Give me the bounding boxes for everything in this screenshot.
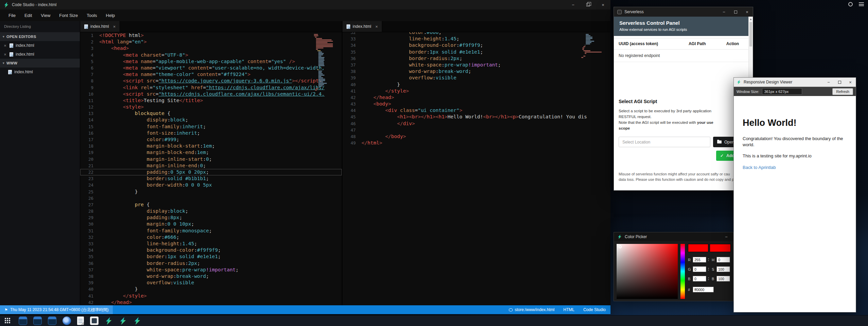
code-line[interactable]: 27 pre {: [80, 202, 342, 208]
code-line[interactable]: 33 line-height:1.45;: [80, 241, 342, 247]
code-line[interactable]: 10 <script src="https://cdnjs.cloudflare…: [80, 91, 342, 97]
back-to-aprintlab-link[interactable]: Back to Aprintlab: [743, 165, 776, 170]
code-line[interactable]: 49</html>: [342, 140, 610, 146]
window-size-input[interactable]: [762, 88, 802, 95]
code-line[interactable]: 34 background-color:#f9f9f9;: [342, 42, 610, 49]
hue-slider[interactable]: [680, 244, 685, 299]
taskbar-terminal-button[interactable]: [48, 317, 56, 325]
code-line[interactable]: 20 margin-inline-start:0;: [80, 156, 342, 162]
taskbar-codestudio-button[interactable]: [105, 317, 113, 325]
menu-edit[interactable]: Edit: [20, 9, 36, 21]
close-icon[interactable]: ×: [3, 43, 7, 48]
menu-font-size[interactable]: Font Size: [55, 9, 82, 21]
code-line[interactable]: 39 overflow:visible: [342, 75, 610, 81]
code-line[interactable]: 36 border-radius:2px;: [80, 260, 342, 267]
code-line[interactable]: 13 blockquote {: [80, 110, 342, 117]
code-line[interactable]: 18 margin-block-start:1em;: [80, 143, 342, 149]
minimize-icon[interactable]: −: [718, 7, 730, 17]
code-line[interactable]: 40 }: [342, 81, 610, 88]
s-input[interactable]: [716, 266, 730, 272]
code-line[interactable]: 42 </head>: [80, 299, 342, 305]
code-line[interactable]: 38 word-wrap:break-word;: [80, 273, 342, 280]
code-line[interactable]: 11 <title>Testing Site</title>: [80, 97, 342, 104]
code-line[interactable]: 8 <script src="https://code.jquery.com/j…: [80, 78, 342, 84]
code-line[interactable]: 46 </div>: [342, 120, 610, 127]
taskbar-terminal-button[interactable]: [33, 317, 42, 325]
code-line[interactable]: 16 font-size:inherit;: [80, 130, 342, 136]
tree-file-item[interactable]: index.html: [0, 68, 80, 76]
minimap[interactable]: [314, 34, 333, 91]
code-line[interactable]: 12 <style>: [80, 104, 342, 110]
close-icon[interactable]: ×: [375, 24, 378, 29]
code-line[interactable]: 39 overflow:visible: [80, 280, 342, 286]
status-file-path[interactable]: store:/www/index.html: [509, 307, 554, 312]
title-bar[interactable]: Serverless − ×: [614, 7, 753, 17]
hex-input[interactable]: [693, 287, 714, 292]
taskbar-apps-button[interactable]: [5, 318, 13, 324]
code-line[interactable]: 17 color:#999;: [80, 136, 342, 143]
code-line[interactable]: 1<!DOCTYPE html>: [80, 32, 342, 39]
taskbar-search-button[interactable]: [63, 317, 71, 325]
code-line[interactable]: 24 border-width:0 0 0 5px: [80, 182, 342, 188]
close-icon[interactable]: ×: [3, 52, 7, 57]
open-editor-item[interactable]: × index.html: [0, 41, 80, 50]
refresh-icon[interactable]: [848, 2, 853, 6]
code-line[interactable]: 40 }: [80, 286, 342, 292]
code-line[interactable]: 22 padding:0 5px 0 20px;: [80, 169, 342, 175]
code-line[interactable]: 19 margin-block-end:1em;: [80, 149, 342, 156]
taskbar-codestudio-button[interactable]: [119, 317, 127, 325]
code-line[interactable]: 14 display:block;: [80, 117, 342, 123]
current-color-swatch[interactable]: [688, 244, 708, 252]
close-icon[interactable]: ×: [741, 7, 753, 17]
close-icon[interactable]: ×: [596, 0, 610, 9]
saturation-value-picker[interactable]: [617, 244, 678, 299]
section-www[interactable]: ▾ WWW: [0, 59, 80, 68]
code-line[interactable]: 42 </head>: [342, 94, 610, 101]
code-line[interactable]: 48 </body>: [342, 133, 610, 140]
location-input[interactable]: [619, 137, 710, 147]
code-line[interactable]: 44 <div class="ui container">: [342, 107, 610, 114]
code-line[interactable]: 28 display:block;: [80, 208, 342, 214]
stepper[interactable]: ▲▼: [708, 277, 709, 281]
code-line[interactable]: 3 <head>: [80, 45, 342, 52]
title-bar[interactable]: Color Picker −: [614, 232, 733, 241]
menu-tools[interactable]: Tools: [82, 9, 101, 21]
code-line[interactable]: 26: [80, 195, 342, 202]
code-line[interactable]: 9 <link rel="stylesheet" href="https://c…: [80, 84, 342, 91]
code-line[interactable]: 35 border:1px solid #e1e1e1;: [342, 49, 610, 55]
code-line[interactable]: 15 font-family:inherit;: [80, 123, 342, 130]
minimize-icon[interactable]: −: [720, 232, 733, 241]
menu-icon[interactable]: [859, 2, 864, 6]
code-line[interactable]: 33 line-height:1.45;: [342, 36, 610, 42]
maximize-icon[interactable]: [730, 7, 741, 17]
b-input[interactable]: [693, 276, 706, 282]
code-line[interactable]: 5 <meta name="apple-mobile-web-app-capab…: [80, 58, 342, 65]
code-line[interactable]: 37 white-space:pre-wrap!important;: [80, 267, 342, 273]
code-line[interactable]: 25 }: [80, 189, 342, 195]
code-line[interactable]: 36 border-radius:2px;: [342, 55, 610, 62]
close-icon[interactable]: ×: [845, 78, 856, 87]
tab-index-html[interactable]: index.html ×: [342, 21, 382, 32]
menu-file[interactable]: File: [4, 9, 20, 21]
minimize-icon[interactable]: −: [566, 0, 581, 9]
code-line[interactable]: 41 </style>: [80, 293, 342, 299]
refresh-button[interactable]: Refresh: [832, 88, 853, 95]
taskbar-file-button[interactable]: [77, 317, 84, 325]
g-input[interactable]: [693, 266, 706, 272]
code-line[interactable]: 41 </style>: [342, 88, 610, 94]
code-line[interactable]: 4 <meta charset="UTF-8">: [80, 52, 342, 58]
code-line[interactable]: 35 border:1px solid #e1e1e1;: [80, 253, 342, 260]
scroll-up-icon[interactable]: ▲: [749, 17, 753, 21]
code-line[interactable]: 34 background-color:#f9f9f9;: [80, 247, 342, 253]
code-line[interactable]: 47: [342, 127, 610, 133]
code-line[interactable]: 2<html lang="en">: [80, 39, 342, 45]
code-line[interactable]: 29 padding:8px;: [80, 214, 342, 221]
maximize-icon[interactable]: [834, 78, 845, 87]
r-input[interactable]: [693, 257, 706, 263]
stepper[interactable]: ▲▼: [708, 258, 709, 262]
title-bar[interactable]: Code Studio - index.html − ×: [0, 0, 610, 9]
taskbar-codestudio-button[interactable]: [133, 317, 141, 325]
minimize-icon[interactable]: −: [823, 78, 834, 87]
code-line[interactable]: 32 color:#666;: [80, 234, 342, 241]
code-line[interactable]: 38 word-wrap:break-word;: [342, 68, 610, 75]
